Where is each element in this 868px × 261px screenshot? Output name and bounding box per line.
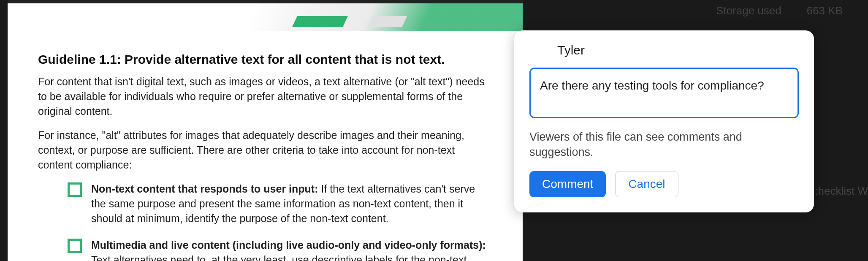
checklist-item-body: Text alternatives need to, at the very l… <box>91 254 467 261</box>
cancel-button[interactable]: Cancel <box>615 171 678 197</box>
storage-label: Storage used <box>716 4 781 17</box>
checklist-item-title: Multimedia and live content (including l… <box>91 239 486 251</box>
checklist-item: Multimedia and live content (including l… <box>68 238 492 261</box>
comment-author: Tyler <box>557 43 799 57</box>
document-body[interactable]: Guideline 1.1: Provide alternative text … <box>8 31 523 261</box>
checklist: Non-text content that responds to user i… <box>38 182 492 261</box>
checkbox-icon[interactable] <box>68 182 82 197</box>
guideline-heading: Guideline 1.1: Provide alternative text … <box>38 52 492 67</box>
comment-input[interactable] <box>529 68 799 118</box>
accent-stripe-light <box>368 16 407 27</box>
body-paragraph: For content that isn't digital text, suc… <box>38 74 492 119</box>
checklist-item: Non-text content that responds to user i… <box>68 182 492 226</box>
comment-submit-button[interactable]: Comment <box>529 171 606 197</box>
background-file-info: Storage used 663 KB <box>708 0 868 22</box>
accent-stripe <box>292 16 348 27</box>
body-paragraph: For instance, "alt" attributes for image… <box>38 128 492 172</box>
comment-visibility-notice: Viewers of this file can see comments an… <box>529 129 799 160</box>
document-page: Guideline 1.1: Provide alternative text … <box>8 0 523 261</box>
checklist-text: Multimedia and live content (including l… <box>91 238 492 261</box>
document-header-decoration <box>8 0 523 31</box>
comment-actions: Comment Cancel <box>529 171 799 197</box>
checkbox-icon[interactable] <box>68 239 82 253</box>
background-checklist-text: :hecklist W <box>815 185 868 198</box>
checklist-text: Non-text content that responds to user i… <box>91 182 492 226</box>
storage-value: 663 KB <box>807 4 843 17</box>
comment-dialog: Tyler Viewers of this file can see comme… <box>514 30 814 212</box>
checklist-item-title: Non-text content that responds to user i… <box>91 183 318 195</box>
